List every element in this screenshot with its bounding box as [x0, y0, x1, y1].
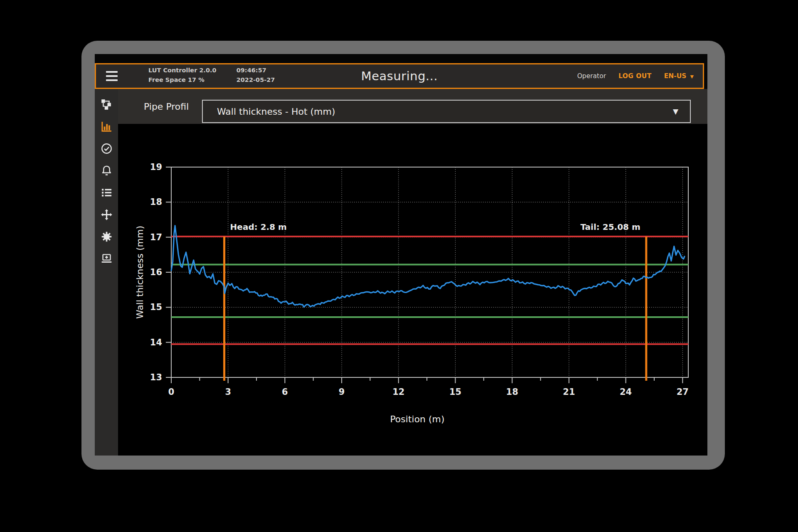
bar-chart-icon: [101, 121, 113, 133]
sidebar-item-checks[interactable]: [100, 142, 113, 155]
chevron-down-icon: ▼: [690, 74, 694, 79]
laptop-add-icon: [101, 253, 113, 265]
tail-marker-label: Tail: 25.08 m: [581, 222, 640, 232]
sidebar-nav: [95, 89, 118, 456]
grid-lines: [171, 167, 688, 377]
profile-dropdown-value: Wall thickness - Hot (mm): [217, 106, 335, 117]
svg-text:17: 17: [150, 232, 162, 242]
dropdown-caret-icon: ▼: [673, 107, 678, 116]
svg-text:6: 6: [282, 387, 288, 397]
language-label: EN-US: [664, 72, 687, 80]
svg-text:18: 18: [150, 197, 162, 207]
svg-text:15: 15: [150, 302, 162, 312]
header-bar: LUT Controller 2.0.0 09:46:57 Free Space…: [95, 63, 704, 89]
sidebar-item-move[interactable]: [100, 208, 113, 221]
svg-text:16: 16: [150, 267, 162, 277]
desktop-background: LUT Controller 2.0.0 09:46:57 Free Space…: [0, 0, 798, 532]
svg-text:18: 18: [506, 387, 518, 397]
profile-label: Pipe Profil: [144, 89, 189, 124]
header-right: Operator LOG OUT EN-US ▼: [577, 64, 694, 88]
chart-panel: 036912151821242713141516171819Position (…: [118, 124, 707, 456]
svg-text:14: 14: [150, 337, 162, 347]
network-icon: [101, 99, 113, 111]
svg-text:27: 27: [677, 387, 689, 397]
app-screen: LUT Controller 2.0.0 09:46:57 Free Space…: [95, 54, 707, 456]
head-marker-label: Head: 2.8 m: [230, 222, 287, 232]
svg-text:9: 9: [339, 387, 345, 397]
bell-icon: [101, 165, 113, 177]
svg-text:15: 15: [449, 387, 461, 397]
sidebar-item-network[interactable]: [100, 98, 113, 111]
svg-text:0: 0: [168, 387, 175, 397]
list-icon: [101, 187, 113, 199]
user-role-label: Operator: [577, 72, 606, 80]
logout-button[interactable]: LOG OUT: [618, 72, 652, 80]
profile-row: Pipe Profil Wall thickness - Hot (mm) ▼: [118, 89, 707, 124]
series-wall-thickness-hot: [171, 226, 685, 307]
wall-thickness-chart: 036912151821242713141516171819Position (…: [118, 124, 707, 456]
sidebar-item-alarms[interactable]: [100, 164, 113, 177]
svg-text:21: 21: [563, 387, 575, 397]
app-version: LUT Controller 2.0.0: [148, 67, 217, 74]
clock: 09:46:57: [236, 67, 275, 74]
svg-text:12: 12: [392, 387, 404, 397]
device-frame: LUT Controller 2.0.0 09:46:57 Free Space…: [81, 41, 725, 470]
y-axis-title: Wall thickness (mm): [135, 226, 145, 319]
sidebar-item-remote[interactable]: [100, 252, 113, 265]
x-axis-title: Position (m): [390, 414, 444, 424]
axis-ticks: [166, 167, 682, 383]
svg-text:3: 3: [225, 387, 231, 397]
svg-text:19: 19: [150, 162, 162, 172]
svg-text:13: 13: [150, 372, 162, 382]
plot-border: [171, 167, 688, 377]
date: 2022-05-27: [236, 76, 275, 83]
system-info: LUT Controller 2.0.0 09:46:57 Free Space…: [148, 67, 275, 83]
profile-dropdown[interactable]: Wall thickness - Hot (mm) ▼: [202, 100, 691, 123]
sidebar-item-settings[interactable]: [100, 230, 113, 243]
check-circle-icon: [101, 143, 113, 155]
menu-icon[interactable]: [106, 71, 118, 81]
gear-icon: [101, 231, 113, 243]
sidebar-item-profiles[interactable]: [100, 120, 113, 133]
language-selector[interactable]: EN-US ▼: [664, 72, 694, 80]
move-icon: [101, 209, 113, 221]
free-space: Free Space 17 %: [148, 76, 217, 83]
svg-text:24: 24: [620, 387, 632, 397]
tick-labels: 036912151821242713141516171819: [150, 162, 689, 397]
sidebar-item-log[interactable]: [100, 186, 113, 199]
